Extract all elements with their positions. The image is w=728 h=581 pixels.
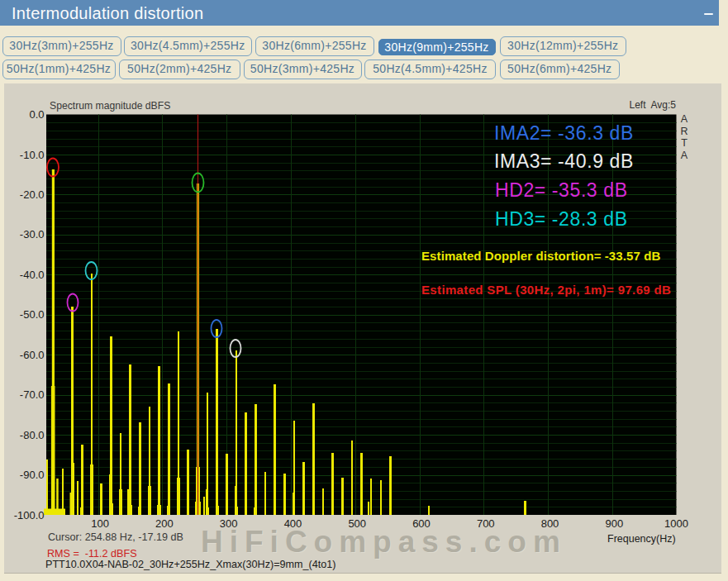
svg-text:-100.0: -100.0 xyxy=(14,509,45,521)
svg-text:-50.0: -50.0 xyxy=(20,308,45,321)
svg-text:-80.0: -80.0 xyxy=(20,429,45,441)
svg-text:-40.0: -40.0 xyxy=(20,269,45,281)
svg-text:900: 900 xyxy=(605,517,623,530)
svg-text:200: 200 xyxy=(155,517,174,530)
svg-text:-60.0: -60.0 xyxy=(20,349,45,361)
svg-text:-30.0: -30.0 xyxy=(20,228,45,240)
svg-text:-10.0: -10.0 xyxy=(20,149,45,161)
svg-text:100: 100 xyxy=(91,517,109,530)
svg-text:0.0: 0.0 xyxy=(29,108,44,121)
svg-text:1000: 1000 xyxy=(664,517,688,530)
svg-text:-70.0: -70.0 xyxy=(20,388,45,401)
svg-text:-90.0: -90.0 xyxy=(20,469,45,481)
svg-text:-20.0: -20.0 xyxy=(20,188,45,201)
